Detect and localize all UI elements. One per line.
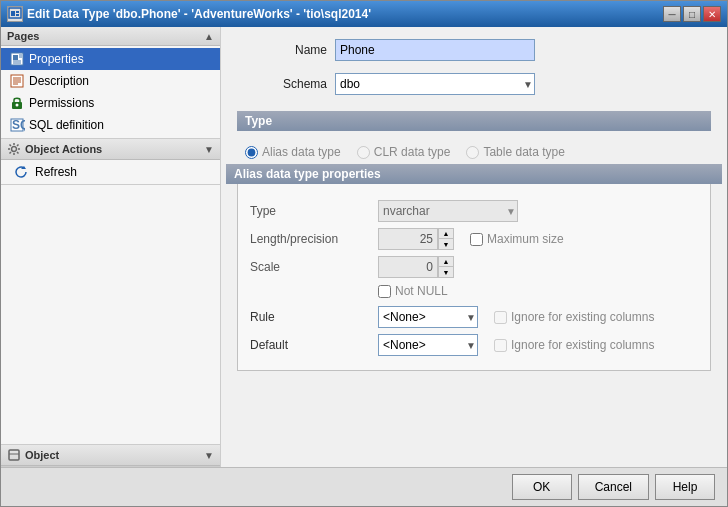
rule-label: Rule (250, 310, 370, 324)
table-radio-option: Table data type (466, 145, 564, 159)
alias-scale-spinner-arrows: ▲ ▼ (438, 256, 454, 278)
svg-point-19 (12, 147, 17, 152)
default-ignore-checkbox (494, 339, 507, 352)
clr-radio-option: CLR data type (357, 145, 451, 159)
name-label: Name (237, 43, 327, 57)
type-row: Alias data type CLR data type Table data… (245, 145, 711, 159)
svg-rect-1 (11, 11, 15, 16)
pages-list: Properties Description (1, 46, 220, 138)
object-icon (7, 448, 21, 462)
alias-radio-option[interactable]: Alias data type (245, 145, 341, 159)
minimize-button[interactable]: ─ (663, 6, 681, 22)
object-section: Object ▼ (1, 444, 220, 467)
not-null-checkbox-label[interactable]: Not NULL (378, 284, 448, 298)
svg-rect-21 (9, 450, 19, 460)
ok-button[interactable]: OK (512, 474, 572, 500)
svg-rect-3 (16, 14, 19, 16)
pages-header[interactable]: Pages ▲ (1, 27, 220, 46)
object-actions-label: Object Actions (25, 143, 102, 155)
default-label: Default (250, 338, 370, 352)
not-null-checkbox[interactable] (378, 285, 391, 298)
sql-label: SQL definition (29, 118, 104, 132)
object-label: Object (25, 449, 59, 461)
object-header[interactable]: Object ▼ (1, 445, 220, 466)
pages-header-label: Pages (7, 30, 39, 42)
alias-scale-spinner: ▲ ▼ (378, 256, 454, 278)
alias-scale-down-button[interactable]: ▼ (439, 267, 453, 277)
rule-select[interactable]: <None> (378, 306, 478, 328)
rule-ignore-checkbox (494, 311, 507, 324)
alias-radio[interactable] (245, 146, 258, 159)
table-radio (466, 146, 479, 159)
window-icon (7, 6, 23, 22)
alias-type-row: Type ▼ (250, 200, 698, 222)
default-ignore-checkbox-label[interactable]: Ignore for existing columns (494, 338, 654, 352)
page-item-permissions[interactable]: Permissions (1, 92, 220, 114)
refresh-label: Refresh (35, 165, 77, 179)
schema-select[interactable]: dbo sys guest (335, 73, 535, 95)
object-actions-section: Object Actions ▼ Refresh (1, 139, 220, 185)
alias-scale-up-button[interactable]: ▲ (439, 257, 453, 267)
window-title: Edit Data Type 'dbo.Phone' - 'AdventureW… (27, 7, 371, 21)
alias-length-label: Length/precision (250, 232, 370, 246)
alias-type-label: Type (250, 204, 370, 218)
clr-radio (357, 146, 370, 159)
max-size-checkbox-label[interactable]: Maximum size (470, 232, 564, 246)
default-ignore-label: Ignore for existing columns (511, 338, 654, 352)
max-size-checkbox[interactable] (470, 233, 483, 246)
description-label: Description (29, 74, 89, 88)
alias-length-spinner: ▲ ▼ (378, 228, 454, 250)
refresh-icon (13, 164, 29, 180)
type-section-header: Type (237, 111, 711, 131)
alias-scale-label: Scale (250, 260, 370, 274)
properties-icon (9, 51, 25, 67)
clr-radio-label: CLR data type (374, 145, 451, 159)
not-null-row: Not NULL (250, 284, 698, 298)
svg-text:SQL: SQL (12, 118, 25, 132)
alias-length-down-button[interactable]: ▼ (439, 239, 453, 249)
help-button[interactable]: Help (655, 474, 715, 500)
gear-icon (7, 142, 21, 156)
title-bar: Edit Data Type 'dbo.Phone' - 'AdventureW… (1, 1, 727, 27)
maximize-button[interactable]: □ (683, 6, 701, 22)
right-panel: Name Schema dbo sys guest ▼ Type (221, 27, 727, 467)
alias-type-input (378, 200, 518, 222)
alias-properties-section: Alias data type properties Type ▼ Length… (237, 173, 711, 371)
not-null-label: Not NULL (395, 284, 448, 298)
page-item-properties[interactable]: Properties (1, 48, 220, 70)
rule-ignore-label: Ignore for existing columns (511, 310, 654, 324)
spacer (237, 379, 711, 455)
cancel-button[interactable]: Cancel (578, 474, 649, 500)
alias-length-input[interactable] (378, 228, 438, 250)
title-bar-left: Edit Data Type 'dbo.Phone' - 'AdventureW… (7, 6, 371, 22)
name-input[interactable] (335, 39, 535, 61)
alias-scale-input[interactable] (378, 256, 438, 278)
default-select[interactable]: <None> (378, 334, 478, 356)
close-button[interactable]: ✕ (703, 6, 721, 22)
object-actions-header[interactable]: Object Actions ▼ (1, 139, 220, 160)
alias-properties-header: Alias data type properties (226, 164, 722, 184)
svg-rect-5 (13, 55, 18, 60)
schema-row: Schema dbo sys guest ▼ (237, 73, 711, 95)
alias-scale-row: Scale ▲ ▼ (250, 256, 698, 278)
left-panel: Pages ▲ (1, 27, 221, 467)
page-item-sql[interactable]: SQL SQL definition (1, 114, 220, 136)
permissions-label: Permissions (29, 96, 94, 110)
table-radio-label: Table data type (483, 145, 564, 159)
alias-length-row: Length/precision ▲ ▼ Maximum size (250, 228, 698, 250)
window-controls: ─ □ ✕ (663, 6, 721, 22)
rule-ignore-checkbox-label[interactable]: Ignore for existing columns (494, 310, 654, 324)
refresh-action[interactable]: Refresh (1, 160, 220, 184)
description-icon (9, 73, 25, 89)
page-item-description[interactable]: Description (1, 70, 220, 92)
default-row: Default <None> ▼ Ignore for existing col… (250, 334, 698, 356)
pages-chevron-icon: ▲ (204, 31, 214, 42)
properties-label: Properties (29, 52, 84, 66)
object-actions-chevron-icon: ▼ (204, 144, 214, 155)
max-size-label: Maximum size (487, 232, 564, 246)
alias-length-spinner-arrows: ▲ ▼ (438, 228, 454, 250)
name-row: Name (237, 39, 711, 61)
rule-row: Rule <None> ▼ Ignore for existing column… (250, 306, 698, 328)
alias-length-up-button[interactable]: ▲ (439, 229, 453, 239)
permissions-icon (9, 95, 25, 111)
